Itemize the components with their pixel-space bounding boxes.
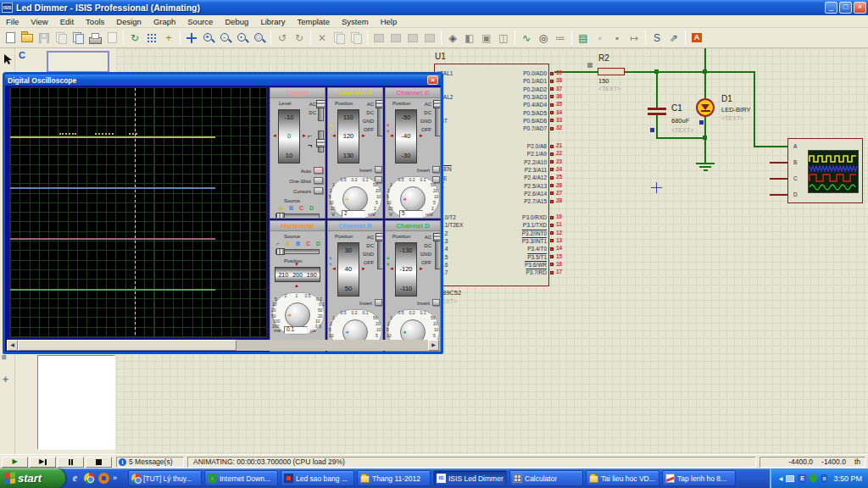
cursors-button[interactable]: [314, 187, 323, 194]
netlist-to-ares-icon[interactable]: A: [689, 30, 705, 46]
taskbar-task[interactable]: Tai lieu hoc VD...: [586, 470, 659, 486]
source-slider-thumb[interactable]: [276, 248, 285, 255]
open-design-icon[interactable]: [19, 30, 36, 46]
switch-thumb[interactable]: [316, 139, 326, 147]
component-c1-body[interactable]: [648, 108, 666, 110]
taskbar-task[interactable]: ISISIS Led Dimmer - I...: [433, 470, 507, 486]
menu-system[interactable]: System: [336, 16, 375, 27]
scale-value-input[interactable]: 5: [399, 210, 423, 218]
origin-marker-tool[interactable]: +: [3, 374, 8, 385]
thumbwheel[interactable]: 304050: [337, 242, 359, 297]
menu-design[interactable]: Design: [110, 16, 147, 27]
switch-thumb[interactable]: [376, 233, 383, 241]
pause-button[interactable]: [58, 457, 84, 468]
toggle-grid-icon[interactable]: [144, 30, 160, 46]
invert-button[interactable]: [375, 299, 382, 306]
firefox-icon[interactable]: [98, 473, 109, 484]
close-button[interactable]: ×: [854, 2, 866, 14]
oscilloscope-close-icon[interactable]: ×: [427, 75, 438, 85]
volume-tray-icon[interactable]: [810, 474, 817, 482]
scale-value-input[interactable]: 2: [342, 210, 365, 218]
stop-button[interactable]: [86, 457, 112, 468]
message-field[interactable]: i 5 Message(s): [116, 457, 184, 468]
menu-file[interactable]: File: [0, 16, 25, 27]
minimize-button[interactable]: _: [825, 2, 837, 14]
menu-edit[interactable]: Edit: [54, 16, 80, 27]
google-chrome-icon[interactable]: [84, 473, 95, 484]
quick-launch-overflow-icon[interactable]: »: [113, 473, 120, 484]
thumbwheel[interactable]: 110120130: [337, 109, 359, 164]
component-oscilloscope-body[interactable]: ABCD: [787, 138, 863, 203]
auto-button[interactable]: [314, 167, 323, 174]
refresh-overview-icon[interactable]: C: [19, 50, 25, 60]
redraw-icon[interactable]: ↻: [127, 30, 143, 46]
wire[interactable]: [656, 115, 658, 139]
selection-pointer-tool[interactable]: [3, 53, 13, 65]
switch-thumb[interactable]: [433, 233, 441, 241]
component-r2-body[interactable]: [598, 68, 625, 75]
scroll-left-icon[interactable]: ◀: [7, 340, 18, 351]
switch-thumb[interactable]: [316, 100, 326, 108]
start-button[interactable]: start: [0, 469, 65, 488]
ground-symbol[interactable]: [696, 163, 715, 164]
scale-value-input[interactable]: 0.1: [284, 326, 308, 334]
taskbar-task[interactable]: Led sao bang ...: [281, 470, 354, 486]
design-explorer-icon[interactable]: ▤: [576, 30, 592, 46]
menu-graph[interactable]: Graph: [147, 16, 181, 27]
scroll-right-icon[interactable]: ▶: [428, 340, 439, 351]
oscilloscope-titlebar[interactable]: Digital Oscilloscope ×: [5, 75, 441, 86]
new-design-icon[interactable]: [3, 30, 19, 46]
wire[interactable]: [656, 137, 706, 139]
invert-button[interactable]: [375, 166, 382, 173]
zoom-all-icon[interactable]: ▪: [235, 30, 251, 46]
pan-icon[interactable]: [184, 30, 200, 46]
wire[interactable]: [656, 71, 658, 108]
wire-autorouter-icon[interactable]: ∿: [519, 30, 535, 46]
menu-source[interactable]: Source: [181, 16, 219, 27]
scrollbar-thumb[interactable]: [18, 340, 236, 351]
source-slider-thumb[interactable]: [276, 213, 285, 219]
invert-button[interactable]: [432, 299, 440, 306]
component-u1-body[interactable]: [434, 64, 549, 286]
menu-template[interactable]: Template: [291, 16, 336, 27]
hide-tray-icons-chevron[interactable]: ◀: [779, 475, 783, 481]
pick-parts-icon[interactable]: ◈: [445, 30, 461, 46]
invert-button[interactable]: [432, 166, 440, 173]
step-button[interactable]: ▶: [30, 457, 56, 468]
script-block-icon[interactable]: S: [649, 30, 665, 46]
taskbar-task[interactable]: [TUT] Lý thuy...: [128, 470, 202, 486]
thumbwheel[interactable]: -50-40-30: [395, 109, 417, 164]
export-section-icon[interactable]: [70, 30, 86, 46]
internet-explorer-icon[interactable]: e: [70, 473, 81, 484]
menu-help[interactable]: Help: [375, 16, 403, 27]
play-button[interactable]: ▶: [2, 457, 28, 468]
search-tag-icon[interactable]: ◎: [536, 30, 552, 46]
component-d1-body[interactable]: [696, 98, 715, 117]
switch-thumb[interactable]: [376, 100, 383, 108]
zoom-out-icon[interactable]: -: [218, 30, 234, 46]
bluetooth-tray-icon[interactable]: B: [821, 474, 827, 483]
oscilloscope-scrollbar[interactable]: ◀ ▶: [7, 340, 439, 351]
zoom-area-icon[interactable]: □: [252, 30, 268, 46]
menu-tools[interactable]: Tools: [80, 16, 110, 27]
taskbar-task[interactable]: Calculator: [509, 470, 583, 486]
thumbwheel[interactable]: -10010: [278, 109, 300, 164]
component-c1-body[interactable]: [648, 113, 666, 115]
position-thumbwheel[interactable]: 210200190: [275, 267, 320, 282]
attach-document-icon[interactable]: ⇗: [666, 30, 682, 46]
object-selector[interactable]: [37, 355, 115, 450]
language-tray-icon[interactable]: E: [798, 474, 806, 483]
zoom-in-icon[interactable]: +: [201, 30, 217, 46]
scrollbar-track[interactable]: [18, 340, 428, 351]
menu-library[interactable]: Library: [254, 16, 291, 27]
taskbar-task[interactable]: Tap lenh ho 8...: [662, 470, 736, 486]
network-tray-icon[interactable]: [786, 475, 794, 482]
print-design-icon[interactable]: [87, 30, 103, 46]
taskbar-task[interactable]: ↓Internet Down...: [204, 470, 278, 486]
wire[interactable]: [754, 71, 755, 147]
wire[interactable]: [754, 146, 788, 147]
one-shot-button[interactable]: [314, 177, 323, 184]
overview-window[interactable]: [47, 51, 109, 73]
toggle-false-origin-icon[interactable]: +: [161, 30, 177, 46]
taskbar-task[interactable]: Thang 11-2012: [357, 470, 431, 486]
